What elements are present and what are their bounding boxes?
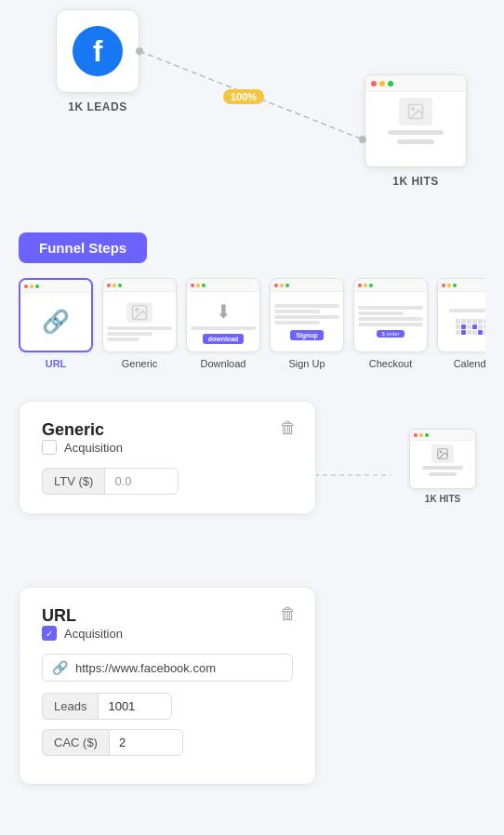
step-generic-card	[102, 278, 177, 352]
generic-acquisition-checkbox[interactable]	[42, 440, 57, 455]
generic-card-title: Generic	[42, 420, 104, 439]
cac-label: CAC ($)	[42, 729, 109, 756]
dot-red	[371, 81, 377, 86]
calendar-grid	[456, 319, 486, 335]
signup-btn-placeholder: Signup	[290, 330, 324, 340]
generic-ltv-row: LTV ($)	[42, 468, 293, 495]
dot-yellow	[379, 81, 385, 86]
cac-input[interactable]	[109, 729, 183, 756]
step-calendar-label: Calendar	[454, 358, 485, 369]
step-generic-header	[103, 279, 176, 292]
funnel-section: Funnel Steps 🔗 URL	[0, 232, 504, 391]
step-checkout-header	[354, 279, 427, 292]
url-step-icon: 🔗	[42, 309, 70, 335]
step-signup-body: Signup	[271, 292, 343, 351]
step-download-card: ⬇ download	[186, 278, 260, 352]
step-calendar-body	[438, 292, 485, 351]
leads-row: Leads	[42, 693, 293, 720]
generic-card: Generic 🗑 Acquisition LTV ($)	[19, 401, 316, 514]
small-hits-body	[410, 441, 475, 480]
step-calendar-header	[438, 279, 485, 292]
step-checkout[interactable]: $ order Checkout	[353, 278, 428, 369]
step-download-header	[187, 279, 259, 292]
url-delete-button[interactable]: 🗑	[280, 604, 297, 624]
svg-point-1	[412, 108, 415, 111]
funnel-title: Funnel Steps	[19, 232, 147, 263]
url-card: URL 🗑 Acquisition 🔗 https://www.facebook…	[19, 587, 316, 785]
step-signup[interactable]: Signup Sign Up	[270, 278, 344, 369]
step-calendar[interactable]: Calendar	[437, 278, 485, 369]
cac-row: CAC ($)	[42, 729, 293, 756]
small-line-2	[429, 472, 457, 476]
small-hits-node: 1K HITS	[409, 429, 476, 504]
flow-area: f 1K LEADS 100%	[0, 0, 504, 232]
steps-row: 🔗 URL	[19, 278, 485, 373]
step-checkout-body: $ order	[354, 292, 427, 351]
hits-img-placeholder	[399, 98, 432, 126]
hits-line-2	[397, 139, 434, 144]
hits-line-1	[388, 130, 444, 135]
generic-delete-button[interactable]: 🗑	[280, 418, 297, 438]
generic-ltv-input[interactable]	[104, 468, 179, 495]
leads-input[interactable]	[98, 693, 172, 720]
step-signup-header	[271, 279, 343, 292]
small-line-1	[422, 466, 463, 470]
step-calendar-card	[437, 278, 485, 352]
url-acquisition-checkbox[interactable]	[42, 626, 57, 641]
facebook-icon: f	[73, 26, 123, 76]
url-value: https://www.facebook.com	[75, 661, 216, 675]
generic-img	[126, 302, 153, 323]
fb-card: f	[56, 9, 139, 93]
step-url-card: 🔗	[19, 278, 93, 352]
hits-node: 1K HITS	[365, 74, 467, 188]
step-download-label: Download	[201, 358, 246, 369]
flow-badge: 100%	[223, 89, 264, 104]
svg-point-8	[440, 451, 442, 453]
link-icon: 🔗	[52, 660, 68, 675]
middle-section: Generic 🗑 Acquisition LTV ($)	[0, 401, 504, 587]
dot-green	[388, 81, 393, 86]
fb-label: 1K LEADS	[68, 100, 126, 113]
generic-ltv-label: LTV ($)	[42, 468, 104, 495]
step-signup-card: Signup	[270, 278, 344, 352]
step-checkout-label: Checkout	[369, 358, 412, 369]
url-card-title: URL	[42, 606, 76, 625]
small-hits-card	[409, 429, 476, 489]
step-url-header	[20, 280, 91, 293]
hits-card-header	[365, 75, 466, 92]
hits-card-body	[365, 92, 466, 150]
generic-acquisition-row: Acquisition	[42, 440, 293, 455]
generic-lines	[107, 326, 172, 341]
small-hits-header	[410, 430, 475, 441]
url-acquisition-row: Acquisition	[42, 626, 293, 641]
step-url-body: 🔗	[20, 293, 91, 351]
hits-label: 1K HITS	[392, 175, 439, 188]
step-generic[interactable]: Generic	[102, 278, 177, 369]
url-input-row: 🔗 https://www.facebook.com	[42, 654, 293, 682]
download-icon: ⬇	[216, 300, 232, 323]
generic-acquisition-label: Acquisition	[64, 441, 123, 455]
url-acquisition-label: Acquisition	[64, 627, 123, 641]
step-generic-label: Generic	[122, 358, 158, 369]
download-lines	[191, 326, 256, 330]
step-url[interactable]: 🔗 URL	[19, 278, 93, 369]
small-hits-label: 1K HITS	[425, 494, 460, 504]
small-img-placeholder	[431, 444, 454, 463]
step-download-body: ⬇ download	[187, 292, 259, 351]
step-checkout-card: $ order	[353, 278, 428, 352]
checkout-badge: $ order	[377, 330, 404, 338]
svg-point-6	[136, 309, 139, 311]
step-signup-label: Sign Up	[288, 358, 325, 369]
fb-node: f 1K LEADS	[56, 9, 139, 113]
step-generic-body	[103, 292, 176, 351]
step-url-label: URL	[46, 358, 67, 369]
download-btn-placeholder: download	[203, 334, 245, 344]
leads-label: Leads	[42, 693, 98, 720]
hits-card	[365, 74, 467, 167]
step-download[interactable]: ⬇ download Download	[186, 278, 260, 369]
